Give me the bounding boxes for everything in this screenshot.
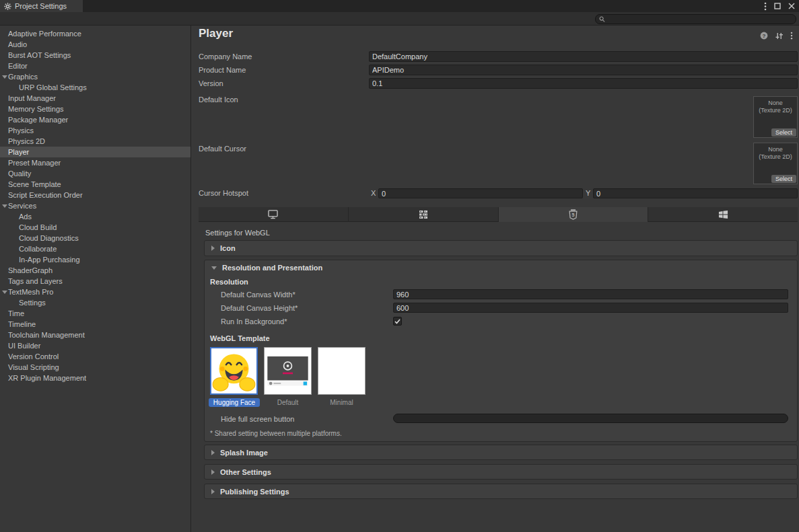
sidebar-item-label: Version Control — [8, 352, 59, 360]
sidebar-item-ads[interactable]: Ads — [0, 211, 190, 222]
sidebar-item-graphics[interactable]: Graphics — [0, 71, 190, 82]
sidebar-item-editor[interactable]: Editor — [0, 61, 190, 71]
monitor-icon — [268, 210, 278, 219]
sidebar-item-in-app-purchasing[interactable]: In-App Purchasing — [0, 254, 190, 265]
sidebar-item-label: UI Builder — [8, 342, 40, 350]
shared-setting-note: * Shared setting between multiple platfo… — [210, 430, 342, 437]
default-icon-texture-box[interactable]: None (Texture 2D) Select — [753, 96, 798, 138]
sidebar-item-urp-global-settings[interactable]: URP Global Settings — [0, 82, 190, 93]
default-cursor-label: Default Cursor — [199, 145, 246, 153]
search-input[interactable] — [605, 15, 790, 24]
sidebar-item-xr-plugin-management[interactable]: XR Plugin Management — [0, 373, 190, 383]
sidebar-item-label: Timeline — [8, 320, 36, 328]
section-other-settings[interactable]: Other Settings — [204, 464, 798, 480]
product-name-label: Product Name — [199, 66, 246, 74]
foldout-expanded-icon[interactable] — [2, 291, 7, 294]
sidebar-item-timeline[interactable]: Timeline — [0, 319, 190, 330]
sidebar-item-cloud-diagnostics[interactable]: Cloud Diagnostics — [0, 233, 190, 243]
section-icon[interactable]: Icon — [204, 240, 798, 256]
foldout-collapsed-icon[interactable] — [211, 450, 215, 455]
template-label-default[interactable]: Default — [264, 399, 312, 406]
section-resolution-label: Resolution and Presentation — [222, 264, 322, 272]
sidebar-item-physics-2d[interactable]: Physics 2D — [0, 136, 190, 147]
template-thumbnail-hugging-face[interactable] — [210, 347, 258, 395]
hotspot-x-label: X — [371, 189, 376, 197]
foldout-collapsed-icon[interactable] — [211, 469, 215, 475]
sidebar-item-settings[interactable]: Settings — [0, 297, 190, 308]
sidebar-item-label: Toolchain Management — [8, 331, 85, 339]
tab-webgl[interactable]: 5 — [499, 207, 649, 222]
foldout-collapsed-icon[interactable] — [211, 245, 215, 251]
product-name-field[interactable] — [369, 65, 798, 75]
template-label-minimal[interactable]: Minimal — [318, 399, 366, 406]
hugging-face-emoji-icon — [211, 348, 256, 393]
sidebar-item-services[interactable]: Services — [0, 200, 190, 211]
sidebar-item-shadergraph[interactable]: ShaderGraph — [0, 265, 190, 276]
template-label-hugging-face[interactable]: Hugging Face — [209, 398, 260, 407]
sidebar-item-audio[interactable]: Audio — [0, 39, 190, 50]
sidebar-item-version-control[interactable]: Version Control — [0, 351, 190, 362]
sidebar-item-quality[interactable]: Quality — [0, 168, 190, 179]
hotspot-y-field[interactable] — [593, 188, 798, 198]
sidebar-item-textmesh-pro[interactable]: TextMesh Pro — [0, 287, 190, 297]
kebab-menu-icon[interactable] — [764, 2, 767, 11]
default-cursor-texture-box[interactable]: None (Texture 2D) Select — [753, 143, 798, 184]
player-settings-panel: Player ? — [191, 26, 799, 532]
sidebar-item-cloud-build[interactable]: Cloud Build — [0, 222, 190, 233]
close-icon[interactable] — [788, 3, 795, 9]
sidebar-item-physics[interactable]: Physics — [0, 125, 190, 136]
sidebar-item-package-manager[interactable]: Package Manager — [0, 114, 190, 125]
sidebar-item-scene-template[interactable]: Scene Template — [0, 179, 190, 190]
help-icon[interactable]: ? — [760, 32, 768, 40]
section-splash-image[interactable]: Splash Image — [204, 445, 798, 460]
default-icon-select-button[interactable]: Select — [771, 128, 796, 137]
sidebar-item-ui-builder[interactable]: UI Builder — [0, 340, 190, 351]
foldout-expanded-icon[interactable] — [2, 204, 7, 208]
search-icon — [599, 16, 605, 22]
kebab-menu-icon[interactable] — [790, 32, 793, 40]
default-canvas-width-field[interactable] — [393, 289, 788, 299]
sidebar-item-burst-aot-settings[interactable]: Burst AOT Settings — [0, 50, 190, 61]
default-cursor-none-line2: (Texture 2D) — [754, 153, 797, 161]
foldout-expanded-icon[interactable] — [211, 266, 217, 270]
template-thumbnail-default[interactable] — [264, 347, 312, 395]
window-tab-project-settings[interactable]: Project Settings — [0, 0, 83, 12]
company-name-field[interactable] — [369, 51, 798, 62]
sidebar-item-visual-scripting[interactable]: Visual Scripting — [0, 362, 190, 373]
settings-for-platform-label: Settings for WebGL — [205, 229, 270, 237]
hide-fullscreen-field[interactable] — [393, 414, 788, 423]
page-title: Player — [199, 27, 233, 40]
sidebar-item-tags-and-layers[interactable]: Tags and Layers — [0, 276, 190, 287]
sidebar-item-input-manager[interactable]: Input Manager — [0, 93, 190, 104]
sidebar-item-label: XR Plugin Management — [8, 374, 86, 382]
tab-windows-store[interactable] — [648, 207, 798, 222]
toolbar — [0, 12, 799, 26]
sidebar-item-adaptive-performance[interactable]: Adaptive Performance — [0, 28, 190, 39]
section-publishing-settings[interactable]: Publishing Settings — [204, 484, 798, 499]
sidebar-item-time[interactable]: Time — [0, 308, 190, 319]
presets-icon[interactable] — [775, 32, 784, 40]
foldout-collapsed-icon[interactable] — [211, 489, 215, 494]
tab-standalone[interactable] — [199, 207, 349, 222]
project-settings-window: Project Settings — [0, 0, 799, 532]
template-thumbnail-minimal[interactable] — [318, 347, 366, 395]
default-canvas-height-field[interactable] — [393, 303, 788, 313]
sidebar-item-toolchain-management[interactable]: Toolchain Management — [0, 330, 190, 340]
sidebar-item-collaborate[interactable]: Collaborate — [0, 243, 190, 254]
maximize-icon[interactable] — [774, 3, 781, 9]
tab-dedicated-server[interactable] — [349, 207, 499, 222]
hotspot-x-field[interactable] — [378, 188, 583, 198]
sidebar-item-memory-settings[interactable]: Memory Settings — [0, 104, 190, 114]
run-in-background-checkbox[interactable] — [393, 317, 402, 326]
section-resolution-header[interactable]: Resolution and Presentation — [205, 260, 797, 275]
resolution-heading: Resolution — [210, 278, 248, 286]
search-box[interactable] — [595, 14, 796, 24]
sidebar-item-player[interactable]: Player — [0, 147, 190, 157]
sidebar-item-script-execution-order[interactable]: Script Execution Order — [0, 190, 190, 200]
default-cursor-select-button[interactable]: Select — [771, 175, 796, 183]
foldout-expanded-icon[interactable] — [2, 75, 7, 79]
checkmark-icon — [394, 319, 401, 324]
sidebar-item-preset-manager[interactable]: Preset Manager — [0, 157, 190, 168]
version-field[interactable] — [369, 78, 798, 89]
sidebar-item-label: Memory Settings — [8, 105, 64, 113]
